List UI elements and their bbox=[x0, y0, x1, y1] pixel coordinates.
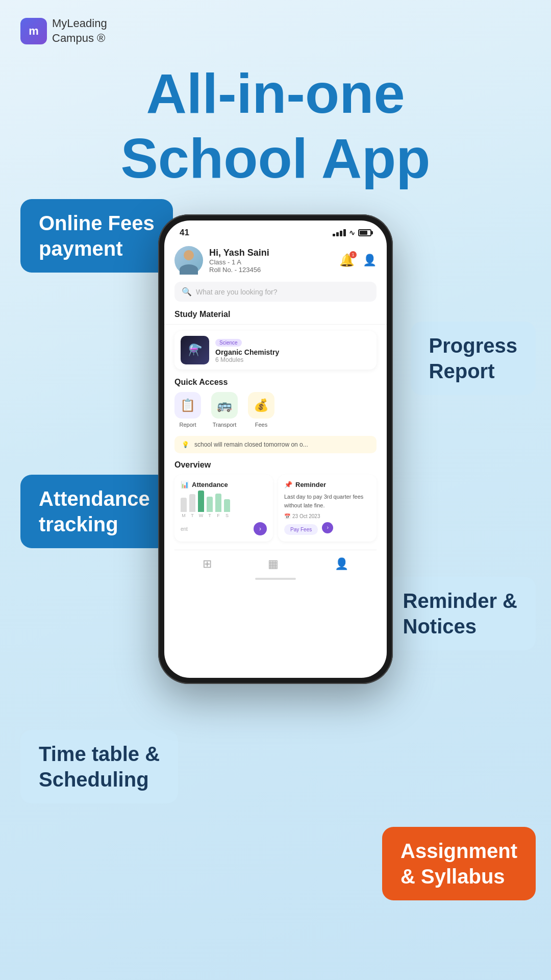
attendance-header: 📊 Attendance bbox=[181, 481, 267, 488]
app-content: Hi, Yash Saini Class - 1 A Roll No. - 12… bbox=[164, 241, 387, 585]
bar-mon-label: M bbox=[182, 513, 186, 518]
qa-item-transport[interactable]: 🚌 Transport bbox=[211, 392, 238, 428]
study-name: Organic Chemistry bbox=[215, 348, 279, 356]
bar-sat-fill bbox=[224, 499, 230, 512]
bottom-nav: ⊞ ▦ 👤 bbox=[174, 550, 377, 575]
study-info: Science Organic Chemistry 6 Modules bbox=[215, 337, 279, 363]
logo-icon: m bbox=[20, 18, 47, 44]
bar-sat: S bbox=[224, 499, 230, 518]
user-header: Hi, Yash Saini Class - 1 A Roll No. - 12… bbox=[174, 246, 377, 275]
nav-stats[interactable]: ▦ bbox=[268, 557, 279, 571]
qa-label-report: Report bbox=[179, 422, 196, 428]
bar-wed-fill bbox=[198, 491, 204, 512]
study-material-title: Study Material bbox=[174, 310, 377, 319]
nav-home[interactable]: ⊞ bbox=[203, 557, 212, 571]
phone-outer: 41 ∿ bbox=[158, 214, 393, 684]
attendance-chart-icon: 📊 bbox=[181, 481, 189, 488]
transport-icon: 🚌 bbox=[211, 392, 238, 419]
status-bar: 41 ∿ bbox=[164, 220, 387, 241]
headline-text: All-in-one School App bbox=[0, 61, 551, 190]
user-name: Hi, Yash Saini bbox=[209, 248, 269, 258]
overview-title: Overview bbox=[174, 460, 377, 470]
report-icon: 📋 bbox=[174, 392, 201, 419]
quick-access-items: 📋 Report 🚌 Transport 💰 Fees bbox=[174, 392, 377, 428]
bar-mon: M bbox=[181, 498, 187, 518]
timetable-badge: Time table & Scheduling bbox=[20, 730, 178, 803]
headline: All-in-one School App bbox=[0, 61, 551, 190]
attendance-footer-text: ent bbox=[181, 526, 188, 532]
bar-mon-fill bbox=[181, 498, 187, 512]
notice-banner: 💡 school will remain closed tomorrow on … bbox=[174, 436, 377, 453]
bar-wed: W bbox=[198, 491, 204, 518]
pay-fees-button[interactable]: Pay Fees bbox=[284, 524, 318, 535]
fees-icon: 💰 bbox=[248, 392, 274, 419]
phone-inner: 41 ∿ bbox=[164, 220, 387, 678]
phone-container: 41 ∿ bbox=[158, 214, 393, 684]
home-icon: ⊞ bbox=[203, 557, 212, 571]
search-placeholder: What are you looking for? bbox=[196, 288, 278, 296]
user-info: Hi, Yash Saini Class - 1 A Roll No. - 12… bbox=[174, 246, 269, 275]
bar-fri-label: F bbox=[217, 513, 220, 518]
online-fees-badge: Online Fees payment bbox=[20, 199, 173, 273]
header-icons: 🔔 1 👤 bbox=[339, 253, 377, 267]
reminder-arrow[interactable]: › bbox=[322, 522, 333, 533]
bar-thu-fill bbox=[207, 497, 213, 512]
attendance-chart: M T W T bbox=[181, 493, 267, 518]
quick-access-title: Quick Access bbox=[174, 378, 377, 387]
notification-badge: 1 bbox=[349, 251, 357, 258]
stats-icon: ▦ bbox=[268, 557, 279, 571]
bar-tue-label: T bbox=[191, 513, 194, 518]
reminder-content: Last day to pay 3rd quarter fees without… bbox=[284, 493, 370, 535]
reminder-badge: Reminder & Notices bbox=[385, 577, 536, 650]
notice-text: school will remain closed tomorrow on o.… bbox=[194, 441, 308, 448]
wifi-icon: ∿ bbox=[349, 229, 355, 237]
attendance-card: 📊 Attendance M T bbox=[174, 475, 273, 542]
nav-profile[interactable]: 👤 bbox=[335, 557, 348, 571]
qa-item-report[interactable]: 📋 Report bbox=[174, 392, 201, 428]
qa-item-fees[interactable]: 💰 Fees bbox=[248, 392, 274, 428]
study-card[interactable]: ⚗️ Science Organic Chemistry 6 Modules bbox=[174, 331, 377, 370]
bar-sat-label: S bbox=[226, 513, 229, 518]
reminder-card: 📌 Reminder Last day to pay 3rd quarter f… bbox=[278, 475, 377, 542]
search-icon: 🔍 bbox=[182, 287, 192, 297]
profile-icon[interactable]: 👤 bbox=[363, 254, 377, 267]
notification-icon[interactable]: 🔔 1 bbox=[339, 253, 355, 267]
avatar bbox=[174, 246, 203, 275]
status-icons: ∿ bbox=[333, 229, 371, 237]
logo-area: m MyLeading Campus ® bbox=[20, 16, 107, 45]
user-roll: Roll No. - 123456 bbox=[209, 266, 269, 274]
calendar-icon: 📅 bbox=[284, 512, 290, 520]
notice-icon: 💡 bbox=[182, 441, 189, 448]
logo-text: MyLeading Campus ® bbox=[52, 16, 107, 45]
bar-fri-fill bbox=[215, 494, 221, 512]
reminder-date: 📅 23 Oct 2023 bbox=[284, 512, 370, 520]
attendance-badge: Attendance tracking bbox=[20, 475, 168, 548]
study-thumbnail: ⚗️ bbox=[181, 336, 209, 364]
attendance-label: Attendance bbox=[192, 481, 228, 488]
status-time: 41 bbox=[180, 228, 189, 238]
qa-label-fees: Fees bbox=[255, 422, 267, 428]
study-tag: Science bbox=[215, 339, 242, 347]
user-details: Hi, Yash Saini Class - 1 A Roll No. - 12… bbox=[209, 248, 269, 274]
study-modules: 6 Modules bbox=[215, 356, 279, 363]
bar-wed-label: W bbox=[199, 513, 204, 518]
signal-icon bbox=[333, 229, 346, 236]
reminder-icon: 📌 bbox=[284, 481, 292, 488]
divider bbox=[164, 324, 387, 325]
bar-tue-fill bbox=[189, 494, 195, 512]
attendance-arrow[interactable]: › bbox=[254, 522, 267, 535]
reminder-header: 📌 Reminder bbox=[284, 481, 370, 488]
progress-report-badge: Progress Report bbox=[411, 322, 536, 395]
bar-fri: F bbox=[215, 494, 221, 518]
reminder-label: Reminder bbox=[295, 481, 326, 488]
reminder-text: Last day to pay 3rd quarter fees without… bbox=[284, 493, 370, 509]
search-bar[interactable]: 🔍 What are you looking for? bbox=[174, 282, 377, 302]
user-class: Class - 1 A bbox=[209, 258, 269, 266]
battery-icon bbox=[358, 229, 371, 236]
qa-label-transport: Transport bbox=[213, 422, 237, 428]
overview-grid: 📊 Attendance M T bbox=[174, 475, 377, 542]
scroll-indicator bbox=[255, 578, 296, 580]
person-icon: 👤 bbox=[335, 557, 348, 571]
quick-access-section: Quick Access 📋 Report 🚌 Transport 💰 F bbox=[174, 378, 377, 428]
bar-thu: T bbox=[207, 497, 213, 518]
